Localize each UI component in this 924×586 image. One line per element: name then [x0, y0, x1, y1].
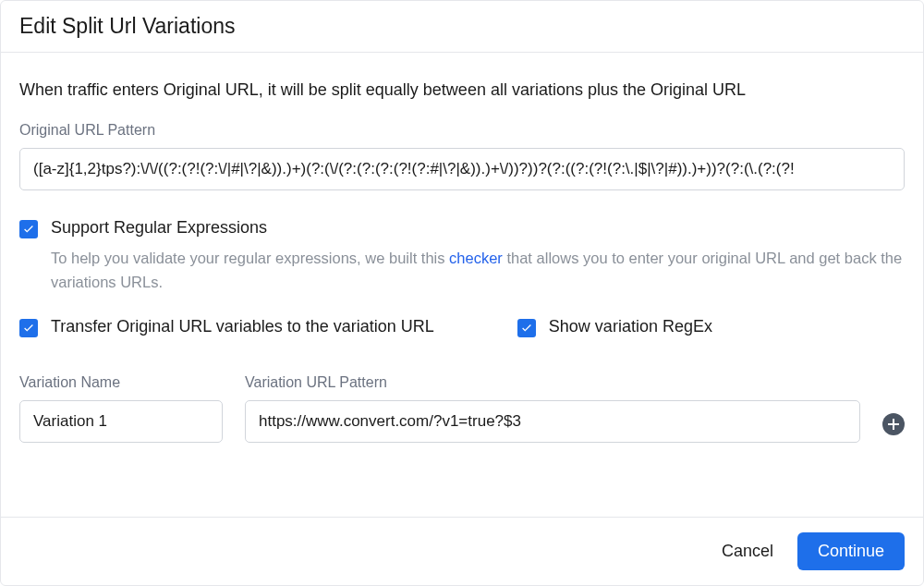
modal-title: Edit Split Url Variations — [19, 14, 905, 39]
check-icon — [22, 223, 35, 236]
cancel-button[interactable]: Cancel — [716, 534, 779, 568]
checker-link[interactable]: checker — [449, 250, 503, 266]
check-icon — [22, 322, 35, 335]
variation-name-input[interactable] — [19, 400, 223, 443]
show-regex-checkbox-row: Show variation RegEx — [517, 317, 712, 337]
regex-checkbox[interactable] — [19, 220, 38, 238]
regex-checkbox-label: Support Regular Expressions — [51, 218, 267, 238]
check-icon — [520, 322, 533, 335]
variation-url-input[interactable] — [245, 400, 860, 443]
transfer-checkbox[interactable] — [19, 319, 38, 337]
variation-url-label: Variation URL Pattern — [245, 374, 860, 391]
intro-text: When traffic enters Original URL, it wil… — [19, 80, 905, 100]
add-variation-column — [882, 413, 905, 443]
original-url-input[interactable] — [19, 148, 905, 190]
original-url-label: Original URL Pattern — [19, 122, 905, 139]
modal-content: When traffic enters Original URL, it wil… — [1, 53, 923, 517]
original-url-field: Original URL Pattern — [19, 122, 905, 190]
variation-name-label: Variation Name — [19, 374, 223, 391]
regex-help-prefix: To help you validate your regular expres… — [51, 250, 449, 266]
secondary-checkboxes: Transfer Original URL variables to the v… — [19, 317, 905, 345]
plus-icon — [888, 419, 899, 430]
continue-button[interactable]: Continue — [797, 532, 905, 570]
add-variation-button[interactable] — [882, 413, 905, 435]
variation-row: Variation Name Variation URL Pattern — [19, 374, 905, 443]
show-regex-checkbox-label: Show variation RegEx — [549, 317, 712, 336]
regex-checkbox-row: Support Regular Expressions — [19, 218, 905, 238]
modal-footer: Cancel Continue — [1, 517, 923, 585]
show-regex-checkbox[interactable] — [517, 319, 536, 337]
transfer-checkbox-row: Transfer Original URL variables to the v… — [19, 317, 434, 337]
transfer-checkbox-label: Transfer Original URL variables to the v… — [51, 317, 434, 336]
modal-header: Edit Split Url Variations — [1, 1, 923, 53]
edit-split-url-modal: Edit Split Url Variations When traffic e… — [0, 0, 924, 586]
variation-url-column: Variation URL Pattern — [245, 374, 860, 443]
variation-name-column: Variation Name — [19, 374, 223, 443]
regex-help-text: To help you validate your regular expres… — [51, 246, 905, 295]
